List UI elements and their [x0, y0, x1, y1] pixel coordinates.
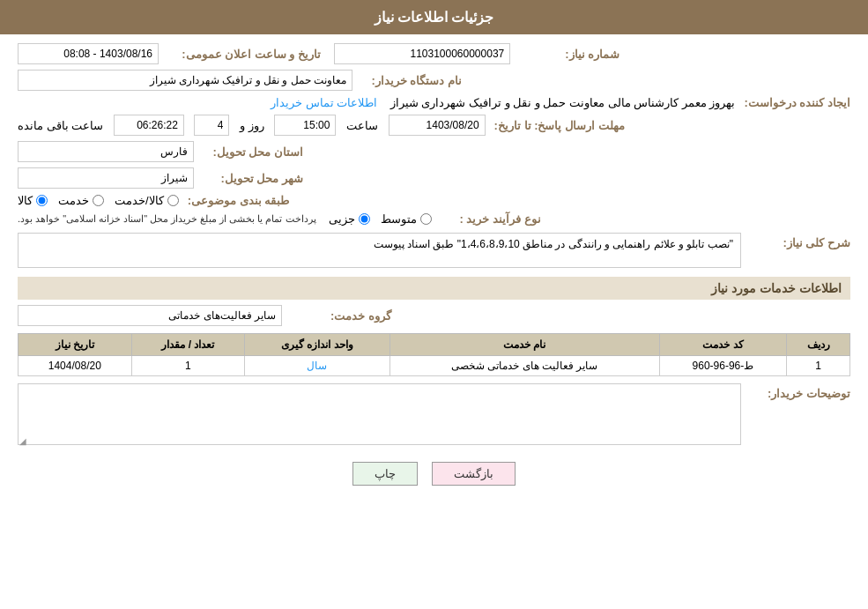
table-header-row: ردیف کد خدمت نام خدمت واحد اندازه گیری ت…: [19, 334, 850, 356]
page-title: جزئیات اطلاعات نیاز: [375, 10, 494, 25]
services-table: ردیف کد خدمت نام خدمت واحد اندازه گیری ت…: [18, 333, 850, 376]
page-header: جزئیات اطلاعات نیاز: [0, 0, 868, 34]
radio-kala: کالا: [18, 194, 48, 207]
description-label: شرح کلی نیاز:: [745, 233, 850, 249]
creator-value: بهروز معمر کارشناس مالی معاونت حمل و نقل…: [18, 96, 735, 109]
back-button[interactable]: بازگشت: [432, 462, 516, 486]
process-type-label: نوع فرآیند خرید :: [435, 212, 541, 226]
buyer-notes-label: توضیحات خریدار:: [745, 383, 850, 400]
cell-quantity: 1: [131, 356, 244, 376]
description-value: "نصب تابلو و علائم راهنمایی و رانندگی در…: [374, 238, 733, 250]
radio-motavaset-label: متوسط: [381, 212, 417, 226]
need-number-label: شماره نیاز:: [514, 48, 619, 61]
print-button[interactable]: چاپ: [352, 462, 418, 486]
col-service-code: کد خدمت: [659, 334, 787, 356]
buyer-name-label: نام دستگاه خریدار:: [356, 74, 462, 87]
creator-label: ایجاد کننده درخواست:: [738, 96, 850, 109]
col-unit: واحد اندازه گیری: [245, 334, 390, 356]
radio-khedmat-input[interactable]: [93, 195, 104, 206]
buyer-notes-textarea[interactable]: [18, 383, 741, 445]
category-label: طبقه بندی موضوعی:: [182, 194, 290, 207]
cell-unit: سال: [245, 356, 390, 376]
cell-service-name: سایر فعالیت های خدماتی شخصی: [389, 356, 659, 376]
radio-kala-khedmat-label: کالا/خدمت: [115, 194, 164, 207]
row-city: شهر محل تحویل:: [18, 167, 850, 189]
col-service-name: نام خدمت: [389, 334, 659, 356]
row-description: شرح کلی نیاز: "نصب تابلو و علائم راهنمای…: [18, 233, 850, 268]
process-type-note: پرداخت تمام یا بخشی از مبلغ خریداز محل "…: [18, 213, 316, 225]
row-response-deadline: مهلت ارسال پاسخ: تا تاریخ: ساعت روز و سا…: [18, 115, 850, 136]
city-input[interactable]: [18, 167, 194, 189]
response-time-input[interactable]: [274, 115, 336, 136]
service-group-input[interactable]: [18, 305, 282, 326]
announce-date-label: تاریخ و ساعت اعلان عمومی:: [162, 48, 321, 61]
radio-kala-khedmat-input[interactable]: [167, 195, 179, 206]
radio-kala-input[interactable]: [36, 195, 48, 206]
creator-text: بهروز معمر کارشناس مالی معاونت حمل و نقل…: [390, 96, 736, 109]
category-radio-group: کالا/خدمت خدمت کالا: [18, 194, 179, 207]
cell-service-code: ط-96-96-960: [659, 356, 787, 376]
table-row: 1 ط-96-96-960 سایر فعالیت های خدماتی شخص…: [19, 356, 850, 376]
cell-row-num: 1: [787, 356, 850, 376]
radio-kala-label: کالا: [18, 194, 33, 207]
radio-kala-khedmat: کالا/خدمت: [115, 194, 179, 207]
response-remaining-input[interactable]: [114, 115, 184, 136]
response-time-label: ساعت: [346, 119, 378, 132]
radio-khedmat: خدمت: [58, 194, 104, 207]
radio-khedmat-label: خدمت: [58, 194, 89, 207]
row-buyer-name: نام دستگاه خریدار:: [18, 70, 850, 91]
content-area: شماره نیاز: تاریخ و ساعت اعلان عمومی: نا…: [0, 34, 868, 509]
need-number-input[interactable]: [334, 43, 510, 64]
radio-motavaset-input[interactable]: [420, 213, 432, 225]
response-deadline-label: مهلت ارسال پاسخ: تا تاریخ:: [489, 119, 625, 132]
cell-date: 1404/08/20: [19, 356, 132, 376]
process-type-radio-group: متوسط جزیی: [329, 212, 432, 226]
radio-motavaset: متوسط: [381, 212, 432, 226]
response-remaining-label: ساعت باقی مانده: [18, 119, 103, 132]
corner-resize-icon: ◢: [19, 436, 26, 446]
service-group-label: گروه خدمت:: [286, 309, 391, 323]
city-label: شهر محل تحویل:: [197, 172, 303, 185]
col-row-num: ردیف: [787, 334, 850, 356]
response-days-input[interactable]: [194, 115, 229, 136]
row-category: طبقه بندی موضوعی: کالا/خدمت خدمت کالا: [18, 194, 850, 207]
row-buyer-notes: توضیحات خریدار: ◢: [18, 383, 850, 448]
row-process-type: نوع فرآیند خرید : متوسط جزیی پرداخت تمام…: [18, 212, 850, 226]
row-creator: ایجاد کننده درخواست: بهروز معمر کارشناس …: [18, 96, 850, 109]
row-province: استان محل تحویل:: [18, 141, 850, 162]
row-need-number: شماره نیاز: تاریخ و ساعت اعلان عمومی:: [18, 43, 850, 64]
response-days-label: روز و: [240, 119, 264, 132]
services-section-title: اطلاعات خدمات مورد نیاز: [18, 277, 850, 300]
announce-date-input[interactable]: [18, 43, 159, 64]
radio-jozi-input[interactable]: [359, 213, 370, 225]
buttons-row: بازگشت چاپ: [18, 462, 850, 486]
response-date-input[interactable]: [389, 115, 486, 136]
col-date: تاریخ نیاز: [19, 334, 132, 356]
radio-jozi-label: جزیی: [329, 212, 355, 226]
col-quantity: تعداد / مقدار: [131, 334, 244, 356]
contact-link[interactable]: اطلاعات تماس خریدار: [271, 96, 377, 109]
radio-jozi: جزیی: [329, 212, 370, 226]
description-box: "نصب تابلو و علائم راهنمایی و رانندگی در…: [18, 233, 741, 268]
page-container: جزئیات اطلاعات نیاز شماره نیاز: تاریخ و …: [0, 0, 868, 609]
row-service-group: گروه خدمت:: [18, 305, 850, 326]
province-label: استان محل تحویل:: [197, 145, 303, 159]
province-input[interactable]: [18, 141, 194, 162]
buyer-name-input[interactable]: [18, 70, 352, 91]
